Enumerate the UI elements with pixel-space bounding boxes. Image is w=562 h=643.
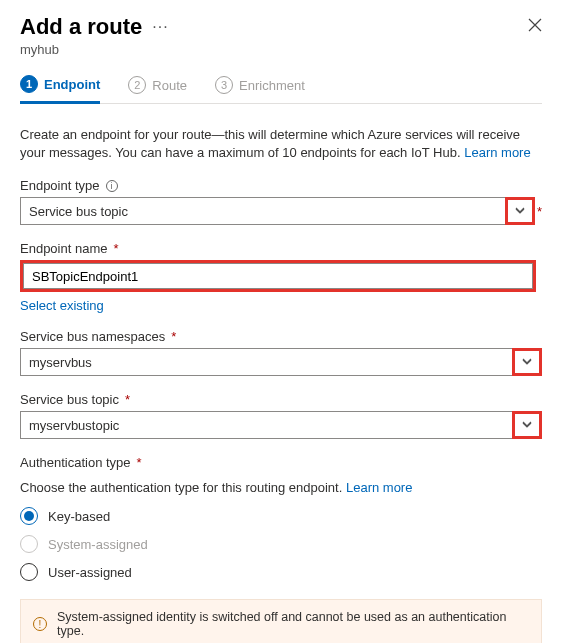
required-marker: *: [125, 392, 130, 407]
topic-select[interactable]: myservbustopic: [20, 411, 542, 439]
namespace-label: Service bus namespaces: [20, 329, 165, 344]
auth-type-description: Choose the authentication type for this …: [20, 480, 542, 495]
chevron-down-icon: [514, 204, 526, 219]
required-marker: *: [113, 241, 118, 256]
required-marker: *: [537, 204, 542, 219]
auth-option-system-assigned: System-assigned: [20, 535, 542, 553]
required-marker: *: [171, 329, 176, 344]
more-actions-icon[interactable]: ···: [152, 18, 168, 36]
auth-type-label: Authentication type: [20, 455, 131, 470]
auth-option-key-based[interactable]: Key-based: [20, 507, 542, 525]
radio-icon: [20, 563, 38, 581]
step-number: 2: [128, 76, 146, 94]
endpoint-type-value: Service bus topic: [29, 204, 128, 219]
learn-more-link[interactable]: Learn more: [346, 480, 412, 495]
namespace-select[interactable]: myservbus: [20, 348, 542, 376]
required-marker: *: [137, 455, 142, 470]
auth-option-user-assigned[interactable]: User-assigned: [20, 563, 542, 581]
page-title: Add a route: [20, 14, 142, 40]
chevron-down-icon: [521, 355, 533, 370]
radio-label: User-assigned: [48, 565, 132, 580]
highlight-box: [20, 260, 536, 292]
select-existing-link[interactable]: Select existing: [20, 298, 542, 313]
endpoint-type-select[interactable]: Service bus topic: [20, 197, 535, 225]
namespace-value: myservbus: [29, 355, 92, 370]
wizard-steps: 1 Endpoint 2 Route 3 Enrichment: [20, 75, 542, 104]
step-label: Route: [152, 78, 187, 93]
chevron-down-icon: [521, 418, 533, 433]
close-icon[interactable]: [528, 18, 542, 35]
intro-text: Create an endpoint for your route—this w…: [20, 126, 542, 162]
radio-icon: [20, 507, 38, 525]
radio-label: Key-based: [48, 509, 110, 524]
learn-more-link[interactable]: Learn more: [464, 145, 530, 160]
hub-name: myhub: [20, 42, 542, 57]
warning-text: System-assigned identity is switched off…: [57, 610, 529, 638]
step-enrichment[interactable]: 3 Enrichment: [215, 75, 305, 103]
step-route[interactable]: 2 Route: [128, 75, 187, 103]
step-number: 3: [215, 76, 233, 94]
step-endpoint[interactable]: 1 Endpoint: [20, 75, 100, 104]
step-label: Endpoint: [44, 77, 100, 92]
endpoint-name-label: Endpoint name: [20, 241, 107, 256]
step-number: 1: [20, 75, 38, 93]
step-label: Enrichment: [239, 78, 305, 93]
info-icon[interactable]: i: [106, 180, 118, 192]
warning-banner: ! System-assigned identity is switched o…: [20, 599, 542, 643]
endpoint-type-label: Endpoint type: [20, 178, 100, 193]
warning-icon: !: [33, 617, 47, 631]
topic-value: myservbustopic: [29, 418, 119, 433]
endpoint-name-input[interactable]: [23, 263, 533, 289]
radio-label: System-assigned: [48, 537, 148, 552]
radio-icon: [20, 535, 38, 553]
topic-label: Service bus topic: [20, 392, 119, 407]
